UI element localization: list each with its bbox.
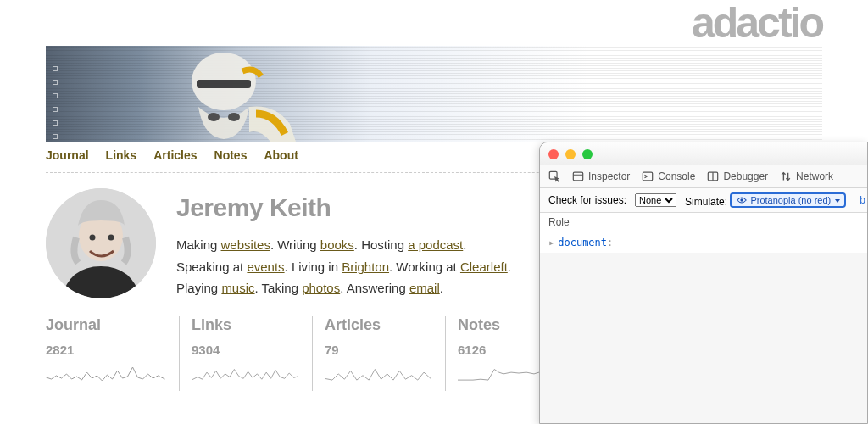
stat-label: Links xyxy=(192,316,298,334)
bio-line-1: Making websites. Writing books. Hosting … xyxy=(176,234,511,256)
minimize-window-button[interactable] xyxy=(565,149,576,159)
nav-item-articles[interactable]: Articles xyxy=(153,148,197,162)
network-icon xyxy=(780,170,792,182)
check-issues-select[interactable]: None xyxy=(635,193,676,207)
tab-label: Network xyxy=(796,170,833,182)
bio-line-3: Playing music. Taking photos. Answering … xyxy=(176,277,511,299)
link-email[interactable]: email xyxy=(409,281,440,295)
nav-item-about[interactable]: About xyxy=(264,148,298,162)
nav-item-notes[interactable]: Notes xyxy=(214,148,248,162)
accessibility-role-header: Role xyxy=(540,213,867,232)
tab-network[interactable]: Network xyxy=(780,170,833,182)
console-icon xyxy=(642,170,654,182)
tab-label: Console xyxy=(658,170,695,182)
stat-count: 2821 xyxy=(46,343,165,357)
sparkline-journal xyxy=(46,362,165,384)
banner-illustration-stormtrooper xyxy=(156,47,326,142)
zoom-window-button[interactable] xyxy=(582,149,593,159)
truncated-text: b xyxy=(860,194,865,206)
link-podcast[interactable]: a podcast xyxy=(408,237,463,252)
link-brighton[interactable]: Brighton xyxy=(342,259,389,274)
profile-name: Jeremy Keith xyxy=(176,193,511,222)
nav-item-links[interactable]: Links xyxy=(106,148,137,162)
inspector-icon xyxy=(572,170,584,182)
tab-inspector[interactable]: Inspector xyxy=(572,170,630,182)
tab-label: Debugger xyxy=(723,170,768,182)
check-issues-label: Check for issues: xyxy=(548,194,626,206)
stat-articles[interactable]: Articles 79 xyxy=(312,316,443,391)
bio-line-2: Speaking at events. Living in Brighton. … xyxy=(176,256,511,278)
banner-ornament-squares xyxy=(53,66,58,139)
close-window-button[interactable] xyxy=(548,149,559,159)
svg-point-9 xyxy=(108,235,114,241)
svg-point-3 xyxy=(228,113,240,121)
pick-element-button[interactable] xyxy=(548,170,560,182)
stat-journal[interactable]: Journal 2821 xyxy=(46,316,177,391)
link-photos[interactable]: photos xyxy=(302,281,340,295)
eye-icon xyxy=(737,195,747,205)
svg-point-8 xyxy=(90,235,96,241)
element-picker-icon xyxy=(548,170,560,182)
stat-links[interactable]: Links 9304 xyxy=(179,316,310,391)
tab-label: Inspector xyxy=(588,170,630,182)
devtools-window: Inspector Console Debugger Network Check… xyxy=(539,142,868,424)
sparkline-links xyxy=(192,362,298,384)
devtools-tabs: Inspector Console Debugger Network xyxy=(540,165,867,188)
window-traffic-lights xyxy=(540,142,867,165)
sparkline-articles xyxy=(325,362,431,384)
stat-label: Articles xyxy=(325,316,431,334)
header-banner xyxy=(46,46,822,142)
avatar xyxy=(46,188,156,298)
stat-label: Journal xyxy=(46,316,165,334)
disclosure-triangle-icon[interactable]: ▸ xyxy=(548,237,554,248)
simulate-select[interactable]: Protanopia (no red) xyxy=(730,192,846,208)
stat-count: 79 xyxy=(325,343,431,357)
simulate-label: Simulate: xyxy=(685,196,727,208)
simulate-value: Protanopia (no red) xyxy=(750,195,831,205)
link-music[interactable]: music xyxy=(221,281,254,295)
link-clearleft[interactable]: Clearleft xyxy=(460,259,508,274)
accessibility-tree-row[interactable]: ▸document: xyxy=(540,232,867,253)
nav-item-journal[interactable]: Journal xyxy=(46,148,89,162)
svg-point-2 xyxy=(208,113,220,121)
debugger-icon xyxy=(707,170,719,182)
svg-rect-11 xyxy=(573,172,582,181)
svg-rect-1 xyxy=(197,80,251,88)
tab-console[interactable]: Console xyxy=(642,170,695,182)
svg-point-16 xyxy=(741,198,743,201)
link-websites[interactable]: websites xyxy=(221,237,270,252)
link-events[interactable]: events xyxy=(247,259,284,274)
site-brand: adactio xyxy=(46,0,822,44)
tab-debugger[interactable]: Debugger xyxy=(707,170,768,182)
link-books[interactable]: books xyxy=(320,237,354,252)
stat-count: 9304 xyxy=(192,343,298,357)
